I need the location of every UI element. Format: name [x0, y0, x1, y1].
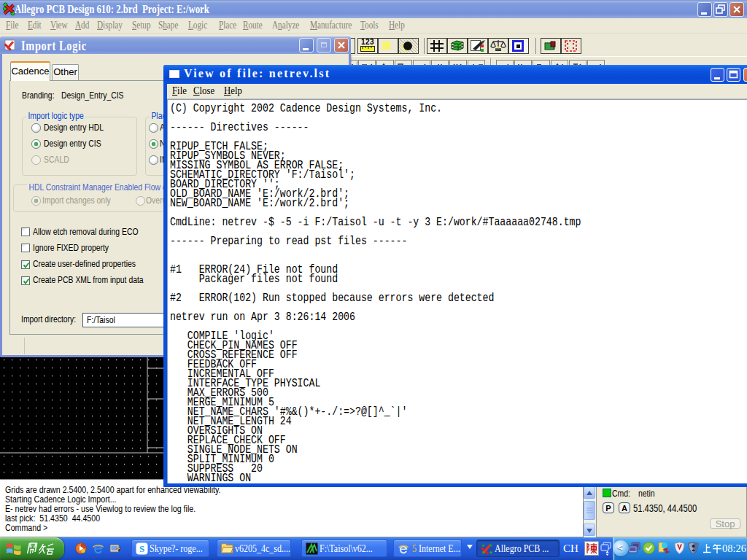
svg-text:S: S [139, 543, 144, 554]
